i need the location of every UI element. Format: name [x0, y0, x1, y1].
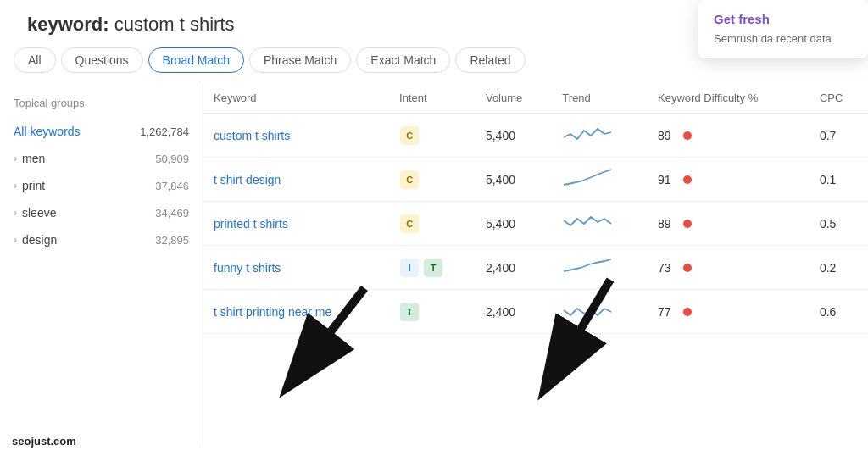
sidebar-item-men[interactable]: › men 50,909 — [0, 145, 203, 172]
kd-dot — [683, 220, 692, 228]
intent-cell: C — [389, 114, 476, 158]
sidebar-men-label: men — [22, 152, 45, 165]
intent-cell: C — [389, 158, 476, 202]
intent-badge-c: C — [400, 170, 419, 189]
col-kd: Keyword Difficulty % — [648, 83, 810, 114]
sidebar-print-count: 37,846 — [155, 180, 189, 192]
main-content: Topical groups All keywords 1,262,784 › … — [0, 83, 868, 446]
kd-number: 73 — [658, 261, 678, 275]
kd-number: 89 — [658, 217, 678, 231]
sidebar-title: Topical groups — [0, 93, 203, 118]
sidebar-all-keywords-count: 1,262,784 — [140, 125, 189, 138]
kd-number: 77 — [658, 305, 678, 319]
kd-dot — [683, 308, 692, 316]
sidebar-design-count: 32,895 — [155, 234, 189, 247]
chevron-icon: › — [14, 153, 17, 164]
volume-cell: 2,400 — [476, 246, 552, 290]
keyword-link[interactable]: printed t shirts — [214, 217, 288, 231]
keyword-cell: custom t shirts — [203, 114, 389, 158]
trend-cell — [552, 290, 648, 334]
tooltip-body: Semrush da recent data — [714, 31, 853, 47]
cpc-cell: 0.2 — [810, 246, 868, 290]
keyword-link[interactable]: funny t shirts — [214, 261, 281, 275]
tab-exact-match[interactable]: Exact Match — [356, 47, 450, 73]
table-header-row: Keyword Intent Volume Trend Keyword Diff… — [203, 83, 868, 114]
trend-cell — [552, 246, 648, 290]
volume-cell: 2,400 — [476, 290, 552, 334]
sidebar-men-count: 50,909 — [155, 153, 189, 165]
keyword-link[interactable]: custom t shirts — [214, 129, 290, 142]
trend-cell — [552, 158, 648, 202]
footer-brand: seojust.com — [12, 435, 76, 448]
tab-broad-match[interactable]: Broad Match — [148, 47, 244, 73]
sidebar-sleeve-label: sleeve — [22, 206, 56, 220]
trend-sparkline — [562, 210, 613, 234]
tab-all[interactable]: All — [14, 47, 56, 73]
cpc-cell: 0.7 — [810, 114, 868, 158]
table-area: Keyword Intent Volume Trend Keyword Diff… — [203, 83, 868, 446]
chevron-icon: › — [14, 180, 17, 192]
kd-cell: 91 — [648, 158, 810, 202]
intent-badge-t: T — [400, 303, 419, 321]
page-wrapper: Get fresh Semrush da recent data keyword… — [0, 0, 868, 456]
sidebar-print-label: print — [22, 179, 45, 192]
volume-cell: 5,400 — [476, 114, 552, 158]
keyword-label: keyword: — [27, 14, 109, 35]
keyword-cell: t shirt printing near me — [203, 290, 389, 334]
kd-dot — [683, 264, 692, 272]
intent-cell: C — [389, 202, 476, 246]
trend-sparkline — [562, 166, 613, 190]
table-row: printed t shirts C 5,400 — [203, 202, 868, 246]
col-intent: Intent — [389, 83, 476, 114]
intent-badge-t: T — [424, 259, 442, 277]
sidebar-item-sleeve[interactable]: › sleeve 34,469 — [0, 199, 203, 226]
sidebar-item-print[interactable]: › print 37,846 — [0, 172, 203, 199]
trend-sparkline — [562, 298, 613, 322]
chevron-icon: › — [14, 207, 17, 219]
intent-badge-c: C — [400, 126, 419, 145]
sidebar-item-design[interactable]: › design 32,895 — [0, 226, 203, 253]
col-volume: Volume — [476, 83, 552, 114]
cpc-cell: 0.5 — [810, 202, 868, 246]
volume-cell: 5,400 — [476, 158, 552, 202]
kd-cell: 73 — [648, 246, 810, 290]
trend-sparkline — [562, 254, 613, 278]
kd-dot — [683, 131, 692, 140]
kd-number: 89 — [658, 129, 678, 142]
table-row: t shirt design C 5,400 — [203, 158, 868, 202]
tab-questions[interactable]: Questions — [61, 47, 143, 73]
table-row: t shirt printing near me T 2,400 — [203, 290, 868, 334]
tab-phrase-match[interactable]: Phrase Match — [249, 47, 351, 73]
keyword-cell: t shirt design — [203, 158, 389, 202]
intent-cell: I T — [389, 246, 476, 290]
kd-dot — [683, 175, 692, 184]
col-keyword: Keyword — [203, 83, 389, 114]
tooltip-title: Get fresh — [714, 12, 853, 26]
sidebar: Topical groups All keywords 1,262,784 › … — [0, 83, 203, 446]
sidebar-item-all-keywords[interactable]: All keywords 1,262,784 — [0, 118, 203, 145]
keyword-cell: printed t shirts — [203, 202, 389, 246]
col-cpc: CPC — [810, 83, 868, 114]
sidebar-sleeve-count: 34,469 — [155, 207, 189, 220]
keywords-table: Keyword Intent Volume Trend Keyword Diff… — [203, 83, 868, 334]
col-trend: Trend — [552, 83, 648, 114]
intent-badge-i: I — [400, 259, 419, 277]
trend-sparkline — [562, 122, 613, 146]
chevron-icon: › — [14, 234, 17, 246]
volume-cell: 5,400 — [476, 202, 552, 246]
kd-number: 91 — [658, 173, 678, 186]
tab-related[interactable]: Related — [455, 47, 525, 73]
tooltip-card: Get fresh Semrush da recent data — [698, 0, 868, 58]
kd-cell: 89 — [648, 202, 810, 246]
table-row: custom t shirts C 5,400 — [203, 114, 868, 158]
cpc-cell: 0.1 — [810, 158, 868, 202]
trend-cell — [552, 114, 648, 158]
keyword-link[interactable]: t shirt design — [214, 173, 281, 186]
intent-cell: T — [389, 290, 476, 334]
sidebar-design-label: design — [22, 233, 57, 247]
keyword-value: custom t shirts — [114, 14, 235, 35]
table-row: funny t shirts I T 2,400 — [203, 246, 868, 290]
trend-cell — [552, 202, 648, 246]
keyword-link[interactable]: t shirt printing near me — [214, 305, 331, 319]
keyword-cell: funny t shirts — [203, 246, 389, 290]
